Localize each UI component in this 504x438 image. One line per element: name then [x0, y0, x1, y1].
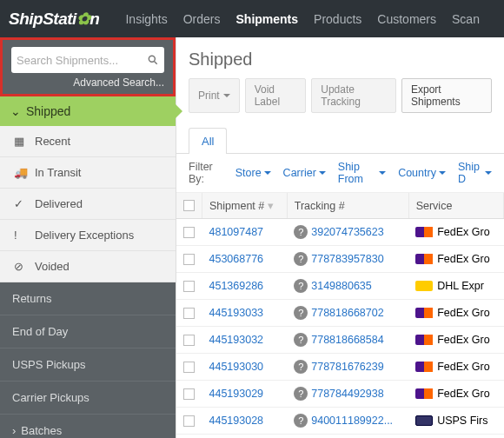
update-tracking-button[interactable]: Update Tracking: [311, 78, 396, 113]
shipment-link[interactable]: 481097487: [209, 226, 264, 238]
table-row: 445193027?940011189922...USPS Firs: [176, 435, 504, 439]
caret-down-icon: [485, 171, 492, 175]
row-checkbox[interactable]: [183, 415, 195, 427]
col-service[interactable]: Service: [408, 193, 503, 219]
fedex-icon: [415, 308, 433, 318]
tracking-link[interactable]: 778784492938: [311, 388, 383, 400]
table-row: 445193028?940011189922...USPS Firs: [176, 408, 504, 435]
select-all-checkbox[interactable]: [183, 200, 195, 211]
filter-store[interactable]: Store: [235, 167, 271, 179]
tracking-link[interactable]: 778818668584: [311, 334, 383, 346]
nav-shipments[interactable]: Shipments: [236, 12, 299, 26]
service-label: FedEx Gro: [437, 334, 489, 346]
sidebar-sub-voided[interactable]: ⊘Voided: [0, 251, 176, 282]
table-row: 453068776?778783957830FedEx Gro: [176, 246, 504, 273]
top-nav: ShipStati✿n InsightsOrdersShipmentsProdu…: [0, 0, 504, 37]
sidebar-item-label: Returns: [12, 292, 52, 305]
help-icon[interactable]: ?: [294, 387, 308, 401]
print-button[interactable]: Print: [189, 78, 240, 113]
tracking-link[interactable]: 940011189922...: [311, 415, 393, 427]
shipment-link[interactable]: 445193029: [209, 388, 264, 400]
service-label: USPS Firs: [437, 415, 487, 427]
service-cell: DHL Expr: [415, 280, 496, 292]
tracking-link[interactable]: 778781676239: [311, 361, 383, 373]
nav-customers[interactable]: Customers: [377, 12, 436, 26]
service-cell: USPS Firs: [415, 415, 496, 427]
sidebar-item-shipped[interactable]: ⌄ Shipped: [0, 96, 176, 126]
nav-scan[interactable]: Scan: [452, 12, 480, 26]
shipments-table: Shipment # ▾ Tracking # Service 48109748…: [176, 193, 504, 438]
tracking-link[interactable]: 392074735623: [311, 226, 383, 238]
table-row: 445193033?778818668702FedEx Gro: [176, 300, 504, 327]
row-checkbox[interactable]: [183, 362, 195, 373]
nav-insights[interactable]: Insights: [125, 12, 167, 26]
sidebar-item-carrier-pickups[interactable]: Carrier Pickups: [0, 382, 176, 415]
service-label: FedEx Gro: [437, 253, 489, 265]
sidebar-item-batches[interactable]: ›Batches: [0, 415, 176, 438]
tracking-link[interactable]: 3149880635: [311, 280, 372, 292]
shipment-link[interactable]: 445193033: [209, 307, 264, 319]
help-icon[interactable]: ?: [294, 306, 308, 320]
chevron-right-icon: ›: [12, 424, 16, 437]
tracking-link[interactable]: 778818668702: [311, 307, 383, 319]
shipment-link[interactable]: 451369286: [209, 280, 264, 292]
row-checkbox[interactable]: [183, 335, 195, 346]
filter-ship-from[interactable]: Ship From: [338, 161, 386, 185]
row-checkbox[interactable]: [183, 308, 195, 319]
shipment-link[interactable]: 453068776: [209, 253, 264, 265]
help-icon[interactable]: ?: [294, 252, 308, 266]
row-checkbox[interactable]: [183, 227, 195, 238]
logo: ShipStati✿n: [9, 9, 99, 29]
export-shipments-button[interactable]: Export Shipments: [401, 78, 492, 113]
shipment-link[interactable]: 445193032: [209, 334, 264, 346]
help-icon[interactable]: ?: [294, 360, 308, 374]
shipment-link[interactable]: 445193030: [209, 361, 264, 373]
sidebar-item-label: End of Day: [12, 325, 68, 338]
help-icon[interactable]: ?: [294, 225, 308, 239]
table-body: 481097487?392074735623FedEx Gro453068776…: [176, 219, 504, 439]
row-checkbox[interactable]: [183, 281, 195, 292]
help-icon[interactable]: ?: [294, 333, 308, 347]
nav-products[interactable]: Products: [314, 12, 361, 26]
dhl-icon: [415, 281, 433, 291]
svg-point-0: [149, 56, 155, 62]
fedex-icon: [415, 362, 433, 372]
row-checkbox[interactable]: [183, 388, 195, 400]
filter-country[interactable]: Country: [398, 167, 446, 179]
sidebar-item-usps-pickups[interactable]: USPS Pickups: [0, 348, 176, 382]
page-title: Shipped: [189, 50, 492, 70]
help-icon[interactable]: ?: [294, 414, 308, 428]
sidebar-item-returns[interactable]: Returns: [0, 282, 176, 315]
fedex-icon: [415, 254, 433, 264]
search-box[interactable]: [11, 47, 164, 73]
sidebar-sub-list: ▦Recent🚚In Transit✓Delivered!Delivery Ex…: [0, 126, 176, 282]
fedex-icon: [415, 227, 433, 237]
search-icon[interactable]: [147, 54, 159, 66]
gear-icon: ✿: [76, 9, 90, 29]
filter-carrier[interactable]: Carrier: [283, 167, 326, 179]
sidebar-sub-label: In Transit: [35, 166, 81, 179]
search-input[interactable]: [17, 54, 147, 67]
tab-all[interactable]: All: [189, 128, 227, 154]
main-content: Shipped Print Void Label Update Tracking…: [176, 37, 504, 438]
nav-orders[interactable]: Orders: [183, 12, 221, 26]
sidebar-item-end-of-day[interactable]: End of Day: [0, 315, 176, 348]
sidebar-sub-delivered[interactable]: ✓Delivered: [0, 189, 176, 220]
row-checkbox[interactable]: [183, 254, 195, 265]
filter-ship-d[interactable]: Ship D: [458, 161, 492, 185]
sidebar-sub-in-transit[interactable]: 🚚In Transit: [0, 157, 176, 189]
sidebar-sub-recent[interactable]: ▦Recent: [0, 126, 176, 157]
caret-down-icon: [319, 171, 326, 175]
help-icon[interactable]: ?: [294, 279, 308, 293]
sidebar-sub-delivery-exceptions[interactable]: !Delivery Exceptions: [0, 220, 176, 251]
advanced-search-link[interactable]: Advanced Search...: [11, 73, 164, 89]
tracking-link[interactable]: 778783957830: [311, 253, 383, 265]
service-label: FedEx Gro: [437, 361, 489, 373]
col-tracking[interactable]: Tracking #: [287, 193, 408, 219]
void-label-button[interactable]: Void Label: [245, 78, 307, 113]
service-cell: FedEx Gro: [415, 307, 496, 319]
shipment-link[interactable]: 445193028: [209, 415, 264, 427]
table-row: 445193032?778818668584FedEx Gro: [176, 327, 504, 354]
status-icon: ⊘: [14, 260, 28, 273]
col-shipment[interactable]: Shipment # ▾: [202, 193, 288, 219]
